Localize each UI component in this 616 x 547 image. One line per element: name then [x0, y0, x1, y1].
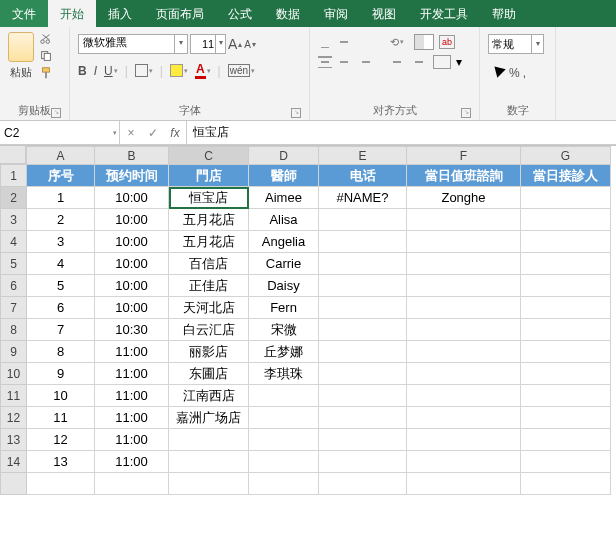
data-cell[interactable]: 10:00: [95, 231, 169, 253]
data-cell[interactable]: 百信店: [169, 253, 249, 275]
data-cell[interactable]: 6: [27, 297, 95, 319]
data-cell[interactable]: [249, 407, 319, 429]
data-cell[interactable]: [521, 341, 611, 363]
data-cell[interactable]: [407, 231, 521, 253]
data-cell[interactable]: 8: [27, 341, 95, 363]
row-header-2[interactable]: 2: [1, 187, 27, 209]
header-cell[interactable]: 門店: [169, 165, 249, 187]
font-launcher-icon[interactable]: ↘: [291, 108, 301, 118]
fx-button[interactable]: fx: [164, 126, 186, 140]
wrap-text-button[interactable]: [414, 34, 434, 50]
data-cell[interactable]: [521, 187, 611, 209]
row-header-6[interactable]: 6: [1, 275, 27, 297]
data-cell[interactable]: [319, 341, 407, 363]
data-cell[interactable]: 11: [27, 407, 95, 429]
data-cell[interactable]: [407, 385, 521, 407]
clipboard-launcher-icon[interactable]: ↘: [51, 108, 61, 118]
merge-button[interactable]: [433, 55, 451, 69]
data-cell[interactable]: 11:00: [95, 429, 169, 451]
underline-button[interactable]: U▾: [104, 64, 118, 78]
ribbon-tab-插入[interactable]: 插入: [96, 0, 144, 27]
row-header-8[interactable]: 8: [1, 319, 27, 341]
data-cell[interactable]: 嘉洲广场店: [169, 407, 249, 429]
data-cell[interactable]: 1: [27, 187, 95, 209]
data-cell[interactable]: 11:00: [95, 407, 169, 429]
increase-indent-button[interactable]: [409, 59, 423, 66]
number-format-select[interactable]: 常规▾: [488, 34, 544, 54]
percent-button[interactable]: %: [509, 66, 520, 80]
data-cell[interactable]: [521, 231, 611, 253]
header-cell[interactable]: 电话: [319, 165, 407, 187]
row-header-15[interactable]: [1, 473, 27, 495]
data-cell[interactable]: 2: [27, 209, 95, 231]
font-color-button[interactable]: A▾: [195, 62, 211, 79]
font-size-select[interactable]: 11▾: [190, 34, 226, 54]
data-cell[interactable]: 正佳店: [169, 275, 249, 297]
ribbon-tab-开发工具[interactable]: 开发工具: [408, 0, 480, 27]
data-cell[interactable]: [407, 253, 521, 275]
data-cell[interactable]: [407, 429, 521, 451]
decrease-indent-button[interactable]: [390, 59, 404, 66]
data-cell[interactable]: 五月花店: [169, 231, 249, 253]
data-cell[interactable]: 恒宝店: [169, 187, 249, 209]
orientation-button[interactable]: ⟲▾: [390, 35, 404, 49]
wrap-indicator[interactable]: ab: [439, 35, 455, 49]
paste-button[interactable]: 粘贴: [8, 29, 34, 80]
data-cell[interactable]: 3: [27, 231, 95, 253]
ribbon-tab-审阅[interactable]: 审阅: [312, 0, 360, 27]
data-cell[interactable]: Angelia: [249, 231, 319, 253]
data-cell[interactable]: [319, 429, 407, 451]
data-cell[interactable]: Zonghe: [407, 187, 521, 209]
align-middle-button[interactable]: [337, 36, 351, 48]
data-cell[interactable]: [521, 363, 611, 385]
data-cell[interactable]: 宋微: [249, 319, 319, 341]
col-header-E[interactable]: E: [319, 147, 407, 165]
data-cell[interactable]: [521, 385, 611, 407]
data-cell[interactable]: 11:00: [95, 341, 169, 363]
align-center-button[interactable]: [337, 56, 351, 68]
col-header-A[interactable]: A: [27, 147, 95, 165]
col-header-F[interactable]: F: [407, 147, 521, 165]
data-cell[interactable]: [319, 209, 407, 231]
data-cell[interactable]: Alisa: [249, 209, 319, 231]
header-cell[interactable]: 當日接診人: [521, 165, 611, 187]
bold-button[interactable]: B: [78, 64, 87, 78]
data-cell[interactable]: [319, 363, 407, 385]
data-cell[interactable]: 7: [27, 319, 95, 341]
data-cell[interactable]: [407, 297, 521, 319]
col-header-C[interactable]: C: [169, 147, 249, 165]
data-cell[interactable]: [407, 363, 521, 385]
data-cell[interactable]: 江南西店: [169, 385, 249, 407]
data-cell[interactable]: Aimee: [249, 187, 319, 209]
row-header-10[interactable]: 10: [1, 363, 27, 385]
ribbon-tab-开始[interactable]: 开始: [48, 0, 96, 27]
formula-input[interactable]: 恒宝店: [187, 121, 616, 144]
row-header-1[interactable]: 1: [1, 165, 27, 187]
data-cell[interactable]: Daisy: [249, 275, 319, 297]
col-header-D[interactable]: D: [249, 147, 319, 165]
data-cell[interactable]: 10:00: [95, 209, 169, 231]
comma-button[interactable]: ,: [523, 66, 526, 80]
ribbon-tab-公式[interactable]: 公式: [216, 0, 264, 27]
data-cell[interactable]: [521, 319, 611, 341]
data-cell[interactable]: [319, 451, 407, 473]
data-cell[interactable]: [521, 451, 611, 473]
header-cell[interactable]: 序号: [27, 165, 95, 187]
data-cell[interactable]: [521, 253, 611, 275]
data-cell[interactable]: 丽影店: [169, 341, 249, 363]
col-header-B[interactable]: B: [95, 147, 169, 165]
data-cell[interactable]: 9: [27, 363, 95, 385]
row-header-4[interactable]: 4: [1, 231, 27, 253]
row-header-5[interactable]: 5: [1, 253, 27, 275]
data-cell[interactable]: [407, 407, 521, 429]
align-launcher-icon[interactable]: ↘: [461, 108, 471, 118]
data-cell[interactable]: [249, 429, 319, 451]
data-cell[interactable]: [521, 209, 611, 231]
ribbon-tab-帮助[interactable]: 帮助: [480, 0, 528, 27]
font-name-select[interactable]: 微软雅黑▾: [78, 34, 188, 54]
data-cell[interactable]: [521, 297, 611, 319]
data-cell[interactable]: [249, 385, 319, 407]
row-header-3[interactable]: 3: [1, 209, 27, 231]
select-all-corner[interactable]: [0, 146, 26, 164]
border-button[interactable]: ▾: [135, 64, 153, 77]
